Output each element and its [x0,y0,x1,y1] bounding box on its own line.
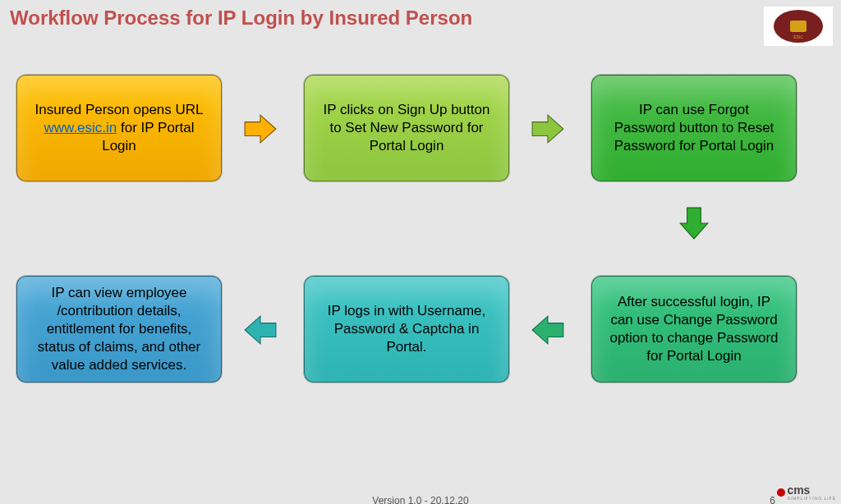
step-1-open-url: Insured Person opens URL www.esic.in for… [16,75,222,181]
step-5-login: IP logs in with Username, Password & Cap… [304,276,509,383]
version-text: Version 1.0 - 20.12.20 [372,495,468,504]
page-title: Workflow Process for IP Login by Insured… [10,7,472,30]
page-number: 6 [770,495,775,504]
step-1-text-pre: Insured Person opens URL [34,102,203,117]
esic-logo: ESIC [764,7,833,46]
esic-url-link[interactable]: www.esic.in [44,120,117,135]
cms-dot-icon [777,488,785,497]
step-1-text-post: for IP Portal Login [102,120,194,153]
step-3-forgot-password: IP can use Forgot Password button to Res… [591,75,797,181]
workflow-diagram: Insured Person opens URL www.esic.in for… [0,46,841,456]
step-6-view-details: IP can view employee /contribution detai… [16,276,222,383]
arrow-right-icon [531,112,565,146]
arrow-down-icon [677,206,711,241]
step-2-sign-up: IP clicks on Sign Up button to Set New P… [304,75,509,181]
cms-logo: cms SIMPLIFYING LIFE [777,483,836,501]
arrow-right-icon [243,112,278,146]
arrow-left-icon [243,313,278,347]
arrow-left-icon [531,313,565,347]
step-4-change-password: After successful login, IP can use Chang… [591,276,797,383]
